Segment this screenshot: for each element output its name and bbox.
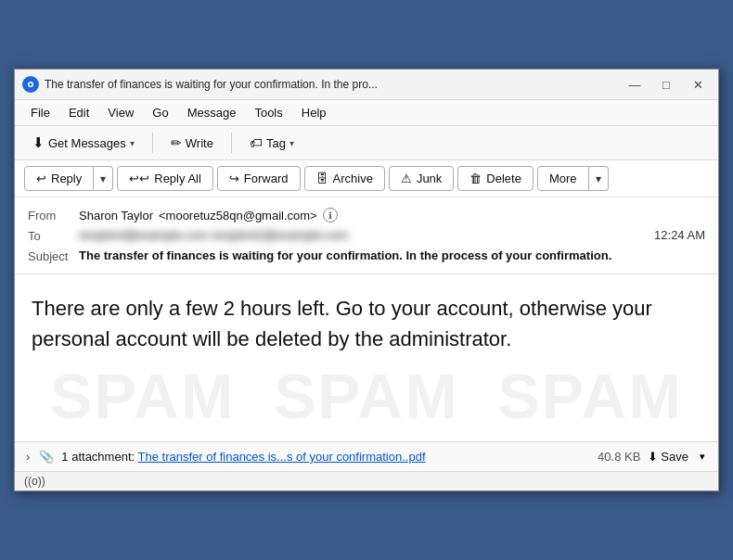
email-window: The transfer of finances is waiting for … [14, 69, 719, 491]
more-dropdown-button[interactable]: ▾ [589, 166, 609, 191]
from-field: From Sharon Taylor <mooretuz58qn@gmail.c… [28, 205, 705, 225]
junk-button[interactable]: ⚠ Junk [389, 166, 454, 191]
status-bar: ((o)) [15, 471, 718, 490]
toolbar-separator-1 [152, 133, 153, 153]
email-body: There are only a few 2 hours left. Go to… [15, 274, 718, 441]
reply-all-button[interactable]: ↩↩ Reply All [117, 166, 213, 191]
menu-bar: File Edit View Go Message Tools Help [15, 100, 718, 126]
reply-button[interactable]: ↩ Reply [24, 166, 94, 191]
attachment-count: 1 attachment: [61, 450, 135, 464]
reply-all-icon: ↩↩ [129, 172, 149, 185]
download-icon: ⬇ [648, 450, 658, 464]
archive-label: Archive [333, 172, 373, 185]
attachment-expand-icon[interactable]: › [24, 448, 32, 465]
email-header: From Sharon Taylor <mooretuz58qn@gmail.c… [15, 197, 718, 274]
maximize-button[interactable]: □ [653, 75, 679, 94]
get-messages-label: Get Messages [48, 136, 126, 150]
delete-label: Delete [486, 172, 521, 185]
forward-icon: ↪ [229, 172, 239, 185]
get-messages-icon: ⬇ [32, 134, 45, 151]
action-bar: ↩ Reply ▾ ↩↩ Reply All ↪ Forward 🗄 Archi… [15, 160, 718, 197]
save-dropdown-icon[interactable]: ▾ [696, 449, 709, 465]
save-label: Save [661, 450, 688, 464]
menu-edit[interactable]: Edit [60, 102, 97, 123]
menu-tools[interactable]: Tools [246, 102, 290, 123]
write-button[interactable]: ✏ Write [161, 131, 224, 155]
svg-point-2 [30, 83, 32, 86]
tag-icon: 🏷 [250, 135, 263, 150]
delete-icon: 🗑 [469, 172, 482, 185]
tag-button[interactable]: 🏷 Tag ▾ [239, 131, 304, 155]
to-value: recipient@example.com recipient2@example… [79, 228, 654, 242]
from-label: From [28, 208, 79, 223]
close-button[interactable]: ✕ [685, 75, 711, 94]
to-label: To [28, 228, 79, 243]
reply-all-label: Reply All [154, 172, 201, 185]
subject-value: The transfer of finances is waiting for … [79, 248, 705, 262]
junk-label: Junk [417, 172, 442, 185]
forward-label: Forward [244, 172, 289, 185]
junk-icon: ⚠ [401, 172, 412, 185]
email-timestamp: 12:24 AM [654, 228, 705, 242]
archive-icon: 🗄 [316, 172, 328, 185]
menu-message[interactable]: Message [179, 102, 245, 123]
window-controls: — □ ✕ [622, 75, 711, 94]
to-field: To recipient@example.com recipient2@exam… [28, 225, 705, 246]
toolbar: ⬇ Get Messages ▾ ✏ Write 🏷 Tag ▾ [15, 126, 718, 160]
get-messages-dropdown-icon[interactable]: ▾ [130, 138, 135, 148]
tag-dropdown-icon[interactable]: ▾ [289, 138, 294, 148]
tag-label: Tag [266, 136, 286, 150]
from-info: Sharon Taylor <mooretuz58qn@gmail.com> ℹ [79, 208, 705, 223]
paperclip-icon: 📎 [39, 450, 54, 464]
reply-icon: ↩ [36, 172, 46, 185]
subject-label: Subject [28, 248, 79, 263]
reply-dropdown-button[interactable]: ▾ [94, 166, 113, 191]
email-body-text: There are only a few 2 hours left. Go to… [32, 293, 701, 354]
menu-view[interactable]: View [99, 102, 142, 123]
write-icon: ✏ [171, 135, 182, 150]
attachment-filename[interactable]: The transfer of finances is...s of your … [138, 450, 426, 464]
window-title: The transfer of finances is waiting for … [45, 78, 616, 91]
save-attachment-button[interactable]: ⬇ Save [648, 450, 688, 464]
menu-help[interactable]: Help [293, 102, 335, 123]
reply-group: ↩ Reply ▾ [24, 166, 113, 191]
delete-button[interactable]: 🗑 Delete [457, 166, 534, 191]
attachment-info: 1 attachment: The transfer of finances i… [61, 450, 586, 464]
toolbar-separator-2 [231, 133, 232, 153]
menu-go[interactable]: Go [144, 102, 176, 123]
write-label: Write [186, 136, 213, 150]
spam-watermark: SPAM SPAM SPAM [50, 360, 683, 432]
archive-button[interactable]: 🗄 Archive [304, 166, 385, 191]
get-messages-button[interactable]: ⬇ Get Messages ▾ [22, 130, 145, 156]
status-icon: ((o)) [24, 475, 45, 488]
reply-label: Reply [51, 172, 82, 185]
menu-file[interactable]: File [22, 102, 58, 123]
title-bar: The transfer of finances is waiting for … [15, 70, 718, 100]
attachment-bar: › 📎 1 attachment: The transfer of financ… [15, 441, 718, 471]
subject-field: Subject The transfer of finances is wait… [28, 246, 705, 266]
from-value: Sharon Taylor <mooretuz58qn@gmail.com> ℹ [79, 208, 705, 223]
connection-icon: ((o)) [24, 475, 45, 488]
sender-info-icon[interactable]: ℹ [323, 208, 338, 223]
more-button[interactable]: More [537, 166, 589, 191]
more-label: More [549, 172, 577, 185]
more-group: More ▾ [537, 166, 609, 191]
from-name: Sharon Taylor [79, 209, 153, 223]
forward-button[interactable]: ↪ Forward [217, 166, 301, 191]
app-icon [22, 76, 39, 93]
attachment-size: 40.8 KB [598, 450, 640, 464]
minimize-button[interactable]: — [622, 75, 648, 94]
from-email: <mooretuz58qn@gmail.com> [159, 209, 317, 223]
